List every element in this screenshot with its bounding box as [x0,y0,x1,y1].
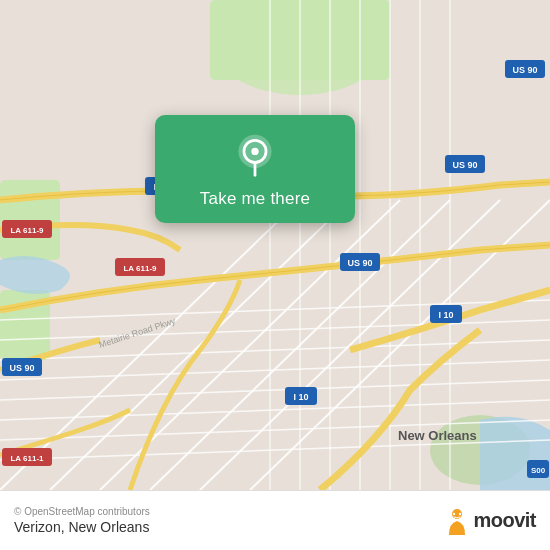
moovit-icon [443,507,471,535]
map-svg: Metairie Road Pkwy I 10 US 90 US 90 I 10… [0,0,550,490]
location-name: Verizon, New Orleans [14,519,150,535]
svg-text:New Orleans: New Orleans [398,428,477,443]
svg-point-57 [459,512,461,514]
svg-text:LA 611-9: LA 611-9 [123,264,157,273]
map-container: Metairie Road Pkwy I 10 US 90 US 90 I 10… [0,0,550,490]
svg-point-53 [251,148,258,155]
svg-text:S00: S00 [531,466,546,475]
location-pin-icon [232,133,278,179]
take-me-there-button[interactable]: Take me there [200,189,310,209]
svg-text:US 90: US 90 [452,160,477,170]
svg-text:I 10: I 10 [293,392,308,402]
svg-point-56 [453,512,455,514]
svg-text:US 90: US 90 [347,258,372,268]
copyright-text: © OpenStreetMap contributors [14,506,150,517]
moovit-text: moovit [473,509,536,532]
svg-text:US 90: US 90 [512,65,537,75]
svg-text:LA 611-9: LA 611-9 [10,226,44,235]
bottom-bar: © OpenStreetMap contributors Verizon, Ne… [0,490,550,550]
bottom-left-info: © OpenStreetMap contributors Verizon, Ne… [14,506,150,535]
svg-text:LA 611-1: LA 611-1 [10,454,44,463]
popup-card[interactable]: Take me there [155,115,355,223]
svg-text:I 10: I 10 [438,310,453,320]
moovit-logo: moovit [443,507,536,535]
svg-text:US 90: US 90 [9,363,34,373]
